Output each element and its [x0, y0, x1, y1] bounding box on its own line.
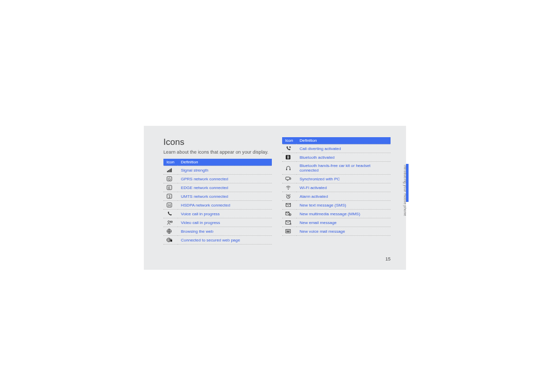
- page-content: Icons Learn about the icons that appear …: [144, 126, 406, 270]
- svg-text:3: 3: [169, 195, 171, 198]
- icon-cell: [282, 201, 297, 210]
- definition-cell: New voice mail message: [297, 227, 391, 236]
- icon-cell: [282, 175, 297, 183]
- svg-rect-16: [171, 240, 172, 241]
- three-box-icon: 3: [166, 194, 173, 199]
- sync-pc-icon: [285, 176, 291, 181]
- right-column: Icon Definition Call diverting activated…: [282, 137, 391, 245]
- svg-text:G: G: [168, 177, 171, 181]
- col-header-definition: Definition: [297, 137, 391, 144]
- icon-cell: [282, 183, 297, 192]
- svg-text:H: H: [168, 203, 171, 207]
- table-row: Video call in progress: [163, 218, 272, 227]
- definition-cell: Alarm activated: [297, 192, 391, 201]
- wifi-icon: [285, 185, 291, 190]
- bluetooth-icon: [285, 155, 291, 160]
- definition-cell: New email message: [297, 218, 391, 227]
- table-row: Signal strength: [163, 166, 272, 175]
- col-header-definition: Definition: [178, 159, 272, 166]
- globe-lock-icon: [166, 237, 173, 242]
- sms-icon: [285, 202, 291, 208]
- mms-icon: [285, 211, 291, 216]
- g-box-icon: G: [166, 176, 173, 181]
- icon-cell: [282, 227, 297, 236]
- call-icon: [166, 211, 173, 216]
- svg-rect-1: [169, 170, 170, 172]
- icon-cell: [163, 166, 178, 175]
- svg-rect-0: [167, 171, 168, 173]
- table-row: Wi-Fi activated: [282, 183, 391, 192]
- icon-cell: G: [163, 175, 178, 183]
- table-row: HHSDPA network connected: [163, 201, 272, 210]
- page-title: Icons: [163, 137, 272, 147]
- table-row: Call diverting activated: [282, 144, 391, 153]
- definition-cell: Wi-Fi activated: [297, 183, 391, 192]
- intro-text: Learn about the icons that appear on you…: [163, 150, 272, 155]
- video-call-icon: [166, 220, 173, 225]
- col-header-icon: Icon: [163, 159, 178, 166]
- icon-cell: E: [163, 183, 178, 192]
- definition-cell: Call diverting activated: [297, 144, 391, 153]
- definition-cell: Browsing the web: [178, 227, 272, 236]
- definition-cell: Connected to secured web page: [178, 236, 272, 245]
- table-row: New text message (SMS): [282, 201, 391, 210]
- icon-cell: [282, 153, 297, 162]
- svg-rect-13: [171, 221, 172, 223]
- icon-cell: H: [163, 201, 178, 210]
- definition-cell: Signal strength: [178, 166, 272, 175]
- table-row: 3UMTS network connected: [163, 192, 272, 201]
- globe-b-icon: [166, 229, 173, 234]
- table-row: Connected to secured web page: [163, 236, 272, 245]
- table-row: Bluetooth activated: [282, 153, 391, 162]
- icon-cell: [163, 227, 178, 236]
- definition-cell: EDGE network connected: [178, 183, 272, 192]
- left-column: Icons Learn about the icons that appear …: [163, 137, 272, 245]
- svg-rect-20: [286, 177, 290, 180]
- definition-cell: GPRS network connected: [178, 175, 272, 183]
- definition-cell: Voice call in progress: [178, 210, 272, 218]
- manual-page: introducing your mobile phone Icons Lear…: [144, 126, 406, 270]
- page-number: 15: [385, 256, 391, 262]
- table-row: Browsing the web: [163, 227, 272, 236]
- icon-table-right: Icon Definition Call diverting activated…: [282, 137, 391, 236]
- icon-cell: [163, 218, 178, 227]
- icon-cell: [282, 162, 297, 175]
- email-icon: @: [285, 220, 291, 225]
- table-row: Alarm activated: [282, 192, 391, 201]
- voicemail-icon: [285, 229, 291, 234]
- col-header-icon: Icon: [282, 137, 297, 144]
- svg-point-21: [288, 189, 289, 190]
- icon-table-left: Icon Definition Signal strengthGGPRS net…: [163, 159, 272, 245]
- table-row: GGPRS network connected: [163, 175, 272, 183]
- table-row: New voice mail message: [282, 227, 391, 236]
- table-row: EEDGE network connected: [163, 183, 272, 192]
- icon-cell: [282, 192, 297, 201]
- svg-rect-2: [170, 169, 171, 172]
- svg-rect-3: [171, 169, 172, 173]
- svg-rect-18: [286, 169, 287, 171]
- table-row: Synchronized with PC: [282, 175, 391, 183]
- svg-rect-19: [290, 169, 291, 171]
- icon-cell: [282, 210, 297, 218]
- icon-cell: [163, 236, 178, 245]
- definition-cell: Synchronized with PC: [297, 175, 391, 183]
- definition-cell: New multimedia message (MMS): [297, 210, 391, 218]
- table-row: New multimedia message (MMS): [282, 210, 391, 218]
- divert-icon: [285, 146, 291, 151]
- bt-headset-icon: [285, 165, 291, 171]
- alarm-icon: [285, 194, 291, 199]
- definition-cell: Bluetooth hands-free car kit or headset …: [297, 162, 391, 175]
- table-row: Bluetooth hands-free car kit or headset …: [282, 162, 391, 175]
- h-box-icon: H: [166, 202, 173, 208]
- e-box-icon: E: [166, 185, 173, 190]
- definition-cell: HSDPA network connected: [178, 201, 272, 210]
- svg-point-12: [168, 221, 170, 222]
- svg-text:E: E: [168, 186, 171, 190]
- definition-cell: UMTS network connected: [178, 192, 272, 201]
- signal-icon: [166, 167, 173, 173]
- table-row: @New email message: [282, 218, 391, 227]
- icon-cell: [163, 210, 178, 218]
- definition-cell: Bluetooth activated: [297, 153, 391, 162]
- icon-cell: [282, 144, 297, 153]
- icon-cell: @: [282, 218, 297, 227]
